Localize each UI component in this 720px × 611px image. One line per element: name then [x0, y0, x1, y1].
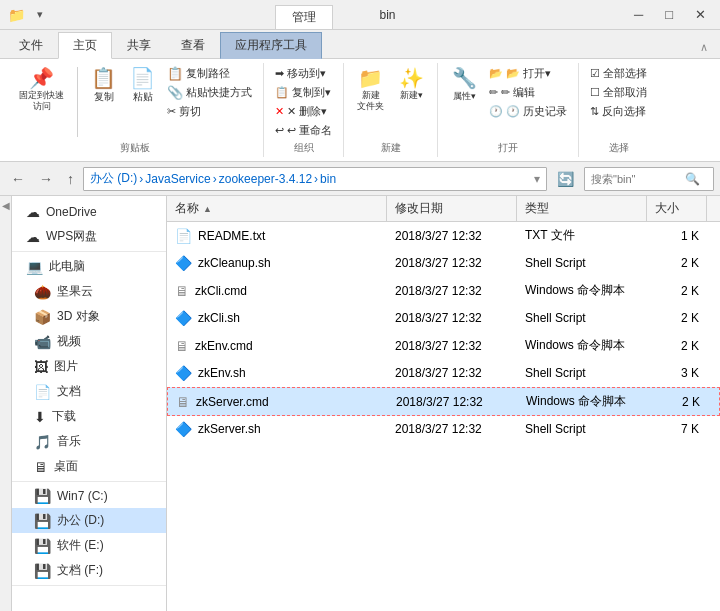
organize-buttons: ➡ 移动到▾ 📋 复制到▾ ✕ ✕ 删除▾ ↩ ↩ 重命名 [272, 65, 335, 139]
title-bar-left-icons[interactable]: 📁 ▾ [4, 5, 47, 25]
close-button[interactable]: ✕ [685, 3, 716, 26]
path-dropdown-icon[interactable]: ▾ [534, 172, 540, 186]
address-bar: ← → ↑ 办公 (D:) › JavaService › zookeeper-… [0, 162, 720, 196]
sidebar-item-onedrive[interactable]: ☁ OneDrive [12, 200, 166, 224]
move-to-icon: ➡ [275, 67, 284, 80]
copy-path-label: 复制路径 [186, 66, 230, 81]
copy-path-button[interactable]: 📋 复制路径 [164, 65, 255, 82]
sidebar-item-f-drive[interactable]: 💾 文档 (F:) [12, 558, 166, 583]
edit-button[interactable]: ✏ ✏ 编辑 [486, 84, 570, 101]
new-group: 📁 新建文件夹 ✨ 新建▾ 新建 [344, 63, 438, 157]
tab-file[interactable]: 文件 [4, 32, 58, 58]
main-content: ◀ ☁ OneDrive ☁ WPS网盘 💻 此电脑 🌰 [0, 196, 720, 611]
tab-home[interactable]: 主页 [58, 32, 112, 59]
copy-button[interactable]: 📋 复制 [86, 65, 121, 107]
search-icon[interactable]: 🔍 [685, 172, 700, 186]
sidebar-item-jianguoyun-label: 坚果云 [57, 283, 93, 300]
copy-to-button[interactable]: 📋 复制到▾ [272, 84, 335, 101]
sidebar-item-desktop[interactable]: 🖥 桌面 [12, 454, 166, 479]
cut-button[interactable]: ✂ 剪切 [164, 103, 255, 120]
table-row[interactable]: 🖥 zkServer.cmd 2018/3/27 12:32 Windows 命… [167, 387, 720, 416]
pin-label: 固定到快速访问 [19, 90, 64, 112]
sidebar-item-jianguoyun[interactable]: 🌰 坚果云 [12, 279, 166, 304]
file-size-cell: 7 K [647, 420, 707, 438]
path-part-2[interactable]: zookeeper-3.4.12 [219, 172, 312, 186]
clipboard-group: 📌 固定到快速访问 📋 复制 📄 粘贴 📋 复制路径 [6, 63, 264, 157]
sidebar-item-e-drive[interactable]: 💾 软件 (E:) [12, 533, 166, 558]
ribbon: 文件 主页 共享 查看 应用程序工具 ∧ 📌 固定到快速访问 📋 复制 📄 [0, 30, 720, 162]
invert-icon: ⇅ [590, 105, 599, 118]
search-box[interactable]: 🔍 [584, 167, 714, 191]
address-path[interactable]: 办公 (D:) › JavaService › zookeeper-3.4.12… [83, 167, 547, 191]
sidebar-item-music[interactable]: 🎵 音乐 [12, 429, 166, 454]
col-size-label: 大小 [655, 200, 679, 217]
rename-button[interactable]: ↩ ↩ 重命名 [272, 122, 335, 139]
col-header-size[interactable]: 大小 [647, 196, 707, 221]
pin-quick-access-button[interactable]: 📌 固定到快速访问 [14, 65, 69, 115]
properties-button[interactable]: 🔧 属性▾ [446, 65, 482, 106]
copy-label: 复制 [94, 90, 114, 104]
col-header-date[interactable]: 修改日期 [387, 196, 517, 221]
sidebar-item-pictures[interactable]: 🖼 图片 [12, 354, 166, 379]
organize-label: 组织 [294, 141, 314, 155]
file-size-cell: 1 K [647, 227, 707, 245]
file-date-cell: 2018/3/27 12:32 [387, 309, 517, 327]
new-item-button[interactable]: ✨ 新建▾ [393, 65, 429, 104]
ribbon-collapse-icon[interactable]: ∧ [692, 37, 716, 58]
sidebar-item-documents[interactable]: 📄 文档 [12, 379, 166, 404]
paste-shortcut-button[interactable]: 📎 粘贴快捷方式 [164, 84, 255, 101]
file-icon: 🔷 [175, 365, 192, 381]
sidebar-item-d-drive[interactable]: 💾 办公 (D:) [12, 508, 166, 533]
search-input[interactable] [591, 173, 681, 185]
history-button[interactable]: 🕐 🕐 历史记录 [486, 103, 570, 120]
title-bar-title: 管理 bin [47, 1, 624, 29]
new-folder-label: 新建文件夹 [357, 90, 384, 112]
table-row[interactable]: 🔷 zkCleanup.sh 2018/3/27 12:32 Shell Scr… [167, 250, 720, 277]
open-button[interactable]: 📂 📂 打开▾ [486, 65, 570, 82]
paste-icon: 📄 [130, 68, 155, 88]
new-folder-button[interactable]: 📁 新建文件夹 [352, 65, 389, 115]
file-type-cell: Shell Script [517, 254, 647, 272]
table-row[interactable]: 📄 README.txt 2018/3/27 12:32 TXT 文件 1 K [167, 222, 720, 250]
sidebar-item-3d[interactable]: 📦 3D 对象 [12, 304, 166, 329]
table-row[interactable]: 🔷 zkCli.sh 2018/3/27 12:32 Shell Script … [167, 305, 720, 332]
path-part-3[interactable]: bin [320, 172, 336, 186]
quick-access-icon[interactable]: 📁 [4, 5, 29, 25]
refresh-button[interactable]: 🔄 [551, 168, 580, 190]
window-controls[interactable]: ─ □ ✕ [624, 3, 716, 26]
edit-icon: ✏ [489, 86, 498, 99]
move-to-button[interactable]: ➡ 移动到▾ [272, 65, 335, 82]
back-button[interactable]: ← [6, 168, 30, 190]
file-name: zkEnv.sh [198, 366, 246, 380]
title-bar-menu-icon[interactable]: ▾ [33, 6, 47, 23]
sidebar-item-wps[interactable]: ☁ WPS网盘 [12, 224, 166, 249]
select-all-button[interactable]: ☑ 全部选择 [587, 65, 650, 82]
ribbon-content: 📌 固定到快速访问 📋 复制 📄 粘贴 📋 复制路径 [0, 58, 720, 161]
up-button[interactable]: ↑ [62, 168, 79, 190]
sidebar-item-this-pc[interactable]: 💻 此电脑 [12, 254, 166, 279]
tab-app-tools[interactable]: 应用程序工具 [220, 32, 322, 59]
sidebar-item-videos[interactable]: 📹 视频 [12, 329, 166, 354]
tab-share[interactable]: 共享 [112, 32, 166, 58]
sidebar-item-downloads[interactable]: ⬇ 下载 [12, 404, 166, 429]
paste-button[interactable]: 📄 粘贴 [125, 65, 160, 107]
col-header-type[interactable]: 类型 [517, 196, 647, 221]
delete-button[interactable]: ✕ ✕ 删除▾ [272, 103, 335, 120]
rename-icon: ↩ [275, 124, 284, 137]
table-row[interactable]: 🖥 zkCli.cmd 2018/3/27 12:32 Windows 命令脚本… [167, 277, 720, 305]
select-none-button[interactable]: ☐ 全部取消 [587, 84, 650, 101]
path-root[interactable]: 办公 (D:) [90, 170, 137, 187]
sidebar-item-c-drive[interactable]: 💾 Win7 (C:) [12, 484, 166, 508]
copy-path-icon: 📋 [167, 66, 183, 81]
invert-selection-button[interactable]: ⇅ 反向选择 [587, 103, 650, 120]
forward-button[interactable]: → [34, 168, 58, 190]
col-header-name[interactable]: 名称 ▲ [167, 196, 387, 221]
sidebar-item-music-label: 音乐 [57, 433, 81, 450]
maximize-button[interactable]: □ [655, 3, 683, 26]
path-part-1[interactable]: JavaService [145, 172, 210, 186]
tab-view[interactable]: 查看 [166, 32, 220, 58]
minimize-button[interactable]: ─ [624, 3, 653, 26]
table-row[interactable]: 🔷 zkServer.sh 2018/3/27 12:32 Shell Scri… [167, 416, 720, 443]
table-row[interactable]: 🖥 zkEnv.cmd 2018/3/27 12:32 Windows 命令脚本… [167, 332, 720, 360]
table-row[interactable]: 🔷 zkEnv.sh 2018/3/27 12:32 Shell Script … [167, 360, 720, 387]
